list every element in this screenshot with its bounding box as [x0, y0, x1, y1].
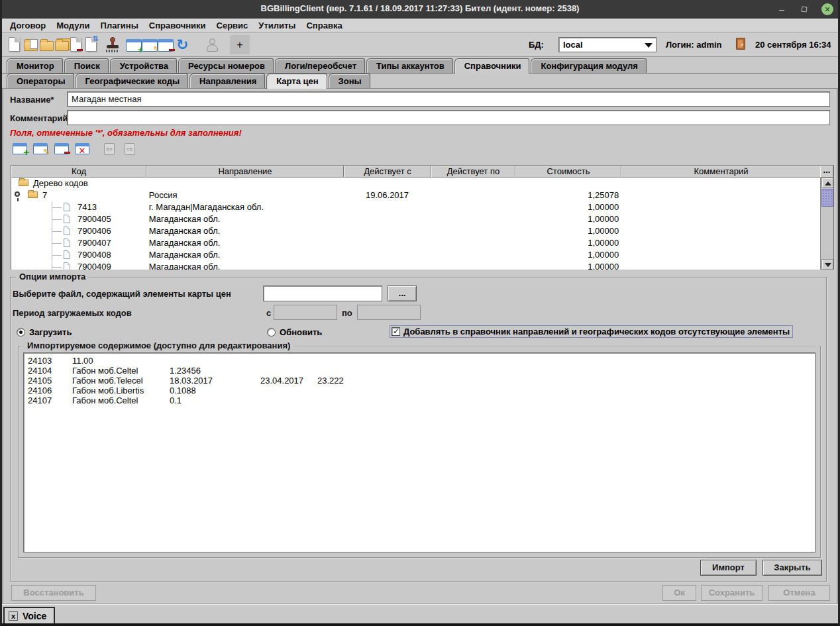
- close-tab-icon[interactable]: x: [9, 611, 18, 621]
- browse-button[interactable]: ...: [388, 286, 417, 301]
- leaf-icon: [64, 227, 70, 235]
- radio-load[interactable]: Загрузить: [17, 327, 72, 337]
- window-remove-icon[interactable]: [158, 37, 174, 53]
- radio-update[interactable]: Обновить: [267, 327, 322, 337]
- menu-item-утилиты[interactable]: Утилиты: [253, 19, 301, 32]
- textarea-cell: Габон моб.Libertis: [72, 386, 144, 395]
- refresh-icon[interactable]: ↻: [176, 37, 192, 53]
- period-label: Период загружаемых кодов: [13, 308, 132, 318]
- plus-button[interactable]: +: [230, 35, 250, 54]
- column-header-1[interactable]: Код: [11, 166, 146, 178]
- row-remove-icon[interactable]: [54, 143, 70, 156]
- tab-Поиск[interactable]: Поиск: [64, 58, 109, 73]
- db-select[interactable]: local: [558, 37, 656, 52]
- scroll-down-icon[interactable]: [821, 259, 833, 270]
- subtab-Зоны[interactable]: Зоны: [329, 74, 370, 88]
- textarea-line: 24105Габон моб.Telecel18.03.201723.04.20…: [28, 376, 815, 386]
- menu-item-сервис[interactable]: Сервис: [211, 19, 254, 32]
- column-header-2[interactable]: Направление: [146, 166, 344, 178]
- stamp-icon[interactable]: [106, 37, 122, 53]
- tab-Справочники[interactable]: Справочники: [454, 58, 530, 74]
- cell-comment: [621, 201, 820, 213]
- window-add-icon[interactable]: +: [126, 37, 142, 53]
- column-header-3[interactable]: Действует с: [344, 166, 431, 178]
- restore-button: Восстановить: [11, 585, 96, 601]
- add-missing-checkbox[interactable]: Добавлять в справочник направлений и гео…: [390, 325, 793, 338]
- comment-input[interactable]: [67, 110, 830, 125]
- cell-to: [431, 178, 515, 189]
- tab-Монитор[interactable]: Монитор: [7, 58, 63, 73]
- subtab-Географические коды[interactable]: Географические коды: [76, 74, 188, 88]
- name-input[interactable]: Магадан местная: [67, 91, 830, 107]
- to-label: по: [342, 308, 352, 318]
- logout-door-icon[interactable]: [736, 38, 745, 50]
- row-delete-x-icon[interactable]: ✕: [75, 143, 91, 156]
- tab-Конфигурация модуля[interactable]: Конфигурация модуля: [531, 58, 646, 73]
- import-button[interactable]: Импорт: [700, 560, 757, 576]
- menu-item-договор[interactable]: Договор: [5, 19, 51, 32]
- cell-dir: Магаданская обл.: [146, 225, 344, 237]
- table-row[interactable]: 7900407Магаданская обл.1,00000: [11, 237, 820, 249]
- import-content-textarea[interactable]: 2410311.0024104Габон моб.Celtel1.2345624…: [23, 352, 815, 552]
- tab-Типы аккаунтов[interactable]: Типы аккаунтов: [366, 58, 453, 73]
- table-scrollbar[interactable]: [820, 178, 833, 270]
- folders-icon[interactable]: [55, 37, 71, 53]
- tab-Логи/переобсчет[interactable]: Логи/переобсчет: [275, 58, 365, 73]
- tree-code-cell: 7900408: [11, 249, 146, 261]
- tree-expand-icon[interactable]: [15, 191, 20, 197]
- folder-icon[interactable]: [40, 37, 56, 53]
- menu-item-справка[interactable]: Справка: [301, 19, 347, 32]
- menu-item-модули[interactable]: Модули: [51, 19, 95, 32]
- table-row[interactable]: 7413г. Магадан|Магаданская обл.1,00000: [11, 201, 820, 213]
- subtab-Направления[interactable]: Направления: [189, 74, 265, 88]
- tab-Ресурсы номеров[interactable]: Ресурсы номеров: [178, 58, 274, 73]
- remove-document-icon[interactable]: [70, 37, 86, 53]
- price-map-panel: Название* Магадан местная Комментарий По…: [2, 89, 838, 603]
- tab-Устройства[interactable]: Устройства: [110, 58, 177, 73]
- open-document-icon[interactable]: [24, 37, 40, 53]
- textarea-cell: 23.04.2017: [260, 376, 303, 386]
- codes-table-body: Дерево кодов7Россия19.06.20171,250787413…: [11, 178, 820, 270]
- file-input[interactable]: [263, 286, 382, 301]
- restore-icon[interactable]: [798, 3, 811, 16]
- table-row[interactable]: 7900405Магаданская обл.1,00000: [11, 213, 820, 225]
- cell-from: [344, 201, 431, 213]
- ok-button: Ок: [662, 585, 696, 601]
- row-add-icon[interactable]: +: [13, 143, 28, 156]
- table-row[interactable]: Дерево кодов: [11, 178, 820, 189]
- close-button[interactable]: Закрыть: [762, 560, 822, 576]
- subtab-Операторы[interactable]: Операторы: [7, 74, 74, 88]
- cell-cost: 1,00000: [515, 249, 621, 261]
- user-icon[interactable]: [205, 37, 221, 53]
- tree-code-cell: 7413: [11, 201, 146, 213]
- minimize-icon[interactable]: –: [775, 3, 788, 16]
- new-document-icon[interactable]: [9, 37, 25, 53]
- column-header-6[interactable]: Комментарий: [621, 166, 821, 178]
- table-row[interactable]: 7Россия19.06.20171,25078: [11, 189, 820, 201]
- row-edit-icon[interactable]: ✎: [33, 143, 49, 156]
- cell-cost: 1,00000: [515, 201, 621, 213]
- table-row[interactable]: 7900409Магаданская обл.1,00000: [11, 261, 820, 270]
- menu-item-справочники[interactable]: Справочники: [144, 19, 211, 32]
- column-header-4[interactable]: Действует по: [431, 166, 515, 178]
- menu-item-плагины[interactable]: Плагины: [95, 19, 144, 32]
- cell-comment: [621, 249, 820, 261]
- copy-document-icon[interactable]: ⇅: [85, 37, 101, 53]
- cell-cost: [515, 178, 621, 189]
- scrollbar-thumb[interactable]: [821, 189, 833, 207]
- module-tabs: МониторПоискУстройстваРесурсы номеровЛог…: [2, 58, 838, 74]
- textarea-cell: Габон моб.Telecel: [72, 376, 143, 386]
- required-note: Поля, отмеченные '*', обязательны для за…: [10, 128, 242, 138]
- column-config-button[interactable]: ...: [820, 166, 833, 178]
- table-row[interactable]: 7900408Магаданская обл.1,00000: [11, 249, 820, 261]
- scroll-up-icon[interactable]: [821, 178, 833, 188]
- subtab-Карта цен[interactable]: Карта цен: [266, 74, 327, 89]
- close-icon[interactable]: ✕: [821, 3, 833, 15]
- voice-module-tab[interactable]: x Voice: [3, 607, 55, 623]
- cell-comment: [621, 178, 820, 189]
- column-header-5[interactable]: Стоимость: [515, 166, 621, 178]
- row-actions-toolbar: +✎✕⇦⇨: [3, 143, 837, 160]
- tree-code-cell: Дерево кодов: [11, 178, 146, 189]
- table-row[interactable]: 7900406Магаданская обл.1,00000: [11, 225, 820, 237]
- window-edit-icon[interactable]: ✎: [142, 37, 158, 53]
